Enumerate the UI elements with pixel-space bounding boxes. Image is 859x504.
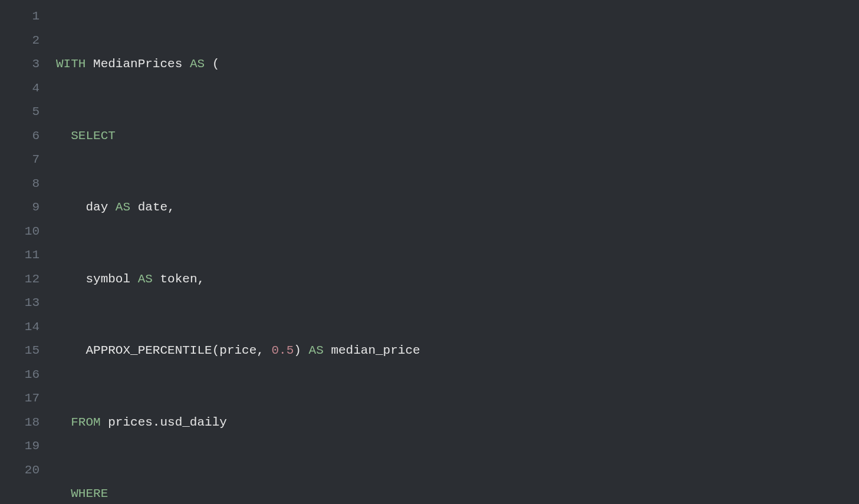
- keyword-as: AS: [190, 57, 205, 71]
- line-number: 9: [0, 196, 40, 220]
- line-number: 19: [0, 434, 40, 459]
- keyword-with: WITH: [56, 57, 85, 71]
- line-number: 14: [0, 315, 40, 340]
- identifier: median_price: [331, 344, 420, 357]
- line-number: 20: [0, 459, 40, 483]
- paren-close: ): [294, 344, 301, 357]
- line-number: 15: [0, 339, 40, 363]
- table-name: prices.usd_daily: [108, 416, 227, 429]
- identifier: symbol: [85, 272, 130, 286]
- keyword-from: FROM: [71, 416, 100, 429]
- line-number: 4: [0, 77, 40, 101]
- line-number: 7: [0, 148, 40, 172]
- paren-open: (: [212, 57, 220, 71]
- line-number: 6: [0, 124, 40, 149]
- identifier: price: [219, 344, 256, 357]
- line-number: 17: [0, 387, 40, 411]
- code-line[interactable]: WITH MedianPrices AS (: [56, 52, 859, 77]
- keyword-as: AS: [138, 272, 153, 286]
- line-number: 10: [0, 220, 40, 244]
- line-number: 1: [0, 5, 40, 29]
- line-number: 16: [0, 363, 40, 387]
- keyword-select: SELECT: [71, 129, 116, 143]
- code-line[interactable]: WHERE: [56, 482, 859, 504]
- line-number: 12: [0, 268, 40, 292]
- identifier: date: [138, 200, 167, 214]
- line-number: 3: [0, 52, 40, 77]
- paren-open: (: [212, 344, 220, 357]
- line-number: 2: [0, 29, 40, 53]
- line-gutter: 1 2 3 4 5 6 7 8 9 10 11 12 13 14 15 16 1…: [0, 5, 56, 504]
- line-number: 13: [0, 291, 40, 315]
- identifier: day: [85, 200, 108, 214]
- keyword-where: WHERE: [71, 487, 108, 500]
- code-line[interactable]: SELECT: [56, 124, 859, 149]
- comma: ,: [167, 200, 175, 214]
- code-line[interactable]: symbol AS token,: [56, 268, 859, 292]
- number-literal: 0.5: [272, 344, 294, 357]
- comma: ,: [198, 272, 205, 286]
- code-line[interactable]: APPROX_PERCENTILE(price, 0.5) AS median_…: [56, 339, 859, 363]
- keyword-as: AS: [309, 344, 324, 357]
- function-call: APPROX_PERCENTILE: [85, 344, 212, 357]
- line-number: 18: [0, 411, 40, 435]
- code-content[interactable]: WITH MedianPrices AS ( SELECT day AS dat…: [56, 5, 859, 504]
- code-line[interactable]: FROM prices.usd_daily: [56, 411, 859, 435]
- line-number: 5: [0, 100, 40, 124]
- identifier: token: [160, 272, 197, 286]
- identifier: MedianPrices: [93, 57, 182, 71]
- comma: ,: [256, 344, 264, 357]
- line-number: 11: [0, 243, 40, 268]
- code-editor[interactable]: 1 2 3 4 5 6 7 8 9 10 11 12 13 14 15 16 1…: [0, 0, 859, 504]
- keyword-as: AS: [116, 200, 130, 214]
- line-number: 8: [0, 172, 40, 196]
- code-line[interactable]: day AS date,: [56, 196, 859, 220]
